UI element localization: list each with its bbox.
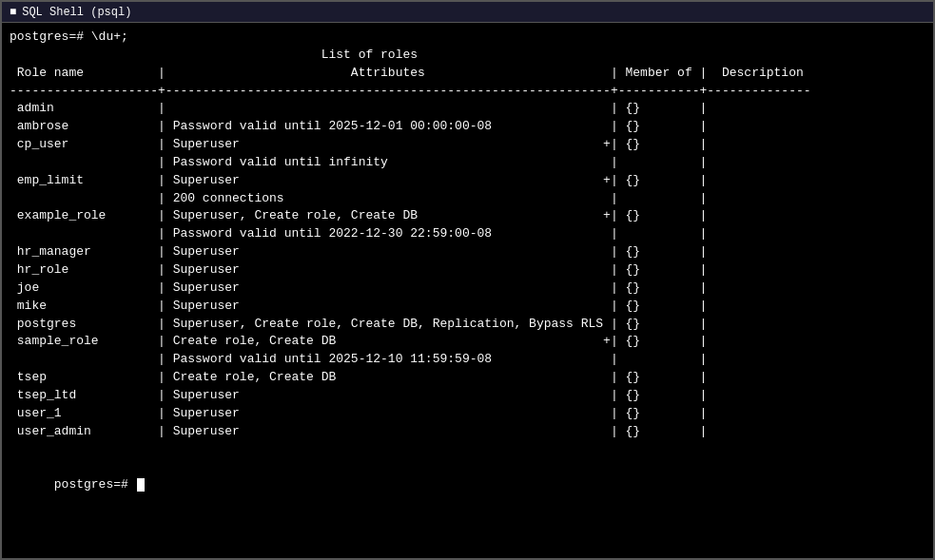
title-bar: ■ SQL Shell (psql)	[2, 2, 933, 23]
table-header: Role name | Attributes | Member of | Des…	[10, 65, 925, 83]
row-emp-limit-2: | 200 connections | |	[10, 190, 925, 208]
row-example-role-2: | Password valid until 2022-12-30 22:59:…	[10, 225, 925, 243]
empty-line	[10, 440, 925, 458]
prompt-line: postgres=#	[10, 458, 925, 512]
row-sample-role-1: sample_role | Create role, Create DB +| …	[10, 333, 925, 351]
row-user-admin: user_admin | Superuser | {} |	[10, 423, 925, 441]
row-emp-limit-1: emp_limit | Superuser +| {} |	[10, 172, 925, 190]
row-admin: admin | | {} |	[10, 100, 925, 118]
command-line: postgres=# \du+;	[10, 29, 925, 47]
row-sample-role-2: | Password valid until 2025-12-10 11:59:…	[10, 351, 925, 369]
row-example-role-1: example_role | Superuser, Create role, C…	[10, 207, 925, 225]
row-user-1: user_1 | Superuser | {} |	[10, 405, 925, 423]
row-cp-user-1: cp_user | Superuser +| {} |	[10, 136, 925, 154]
row-cp-user-2: | Password valid until infinity | |	[10, 154, 925, 172]
table-title: List of roles	[10, 47, 925, 65]
terminal[interactable]: postgres=# \du+; List of roles Role name…	[2, 23, 933, 558]
row-ambrose: ambrose | Password valid until 2025-12-0…	[10, 118, 925, 136]
title-bar-icon: ■	[10, 6, 16, 19]
row-postgres: postgres | Superuser, Create role, Creat…	[10, 316, 925, 334]
row-tsep: tsep | Create role, Create DB | {} |	[10, 369, 925, 387]
prompt-text: postgres=#	[54, 477, 136, 492]
psql-window: ■ SQL Shell (psql) postgres=# \du+; List…	[0, 0, 935, 560]
row-joe: joe | Superuser | {} |	[10, 280, 925, 298]
row-hr-manager: hr_manager | Superuser | {} |	[10, 243, 925, 261]
table-separator: --------------------+-------------------…	[10, 83, 925, 101]
row-mike: mike | Superuser | {} |	[10, 298, 925, 316]
title-bar-text: SQL Shell (psql)	[22, 6, 131, 19]
row-hr-role: hr_role | Superuser | {} |	[10, 261, 925, 280]
row-tsep-ltd: tsep_ltd | Superuser | {} |	[10, 387, 925, 405]
cursor	[137, 478, 145, 492]
